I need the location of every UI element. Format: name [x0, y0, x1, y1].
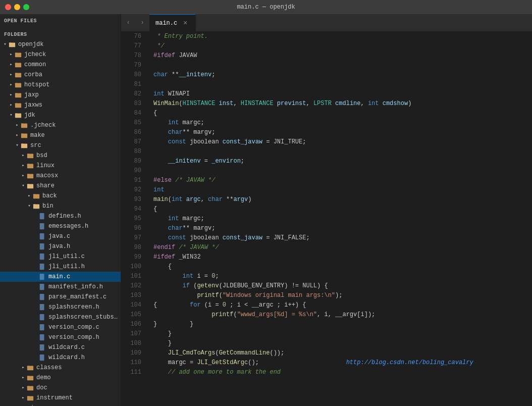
tree-item-label: jdk	[24, 112, 121, 119]
tree-item-label: java.h	[48, 243, 121, 250]
tree-item-classes[interactable]: classes	[0, 363, 121, 373]
line-number: 96	[121, 224, 149, 233]
tree-item-main.c[interactable]: main.c	[0, 272, 121, 282]
tree-item-back[interactable]: back	[0, 191, 121, 201]
tree-item-splashscreen_stubs.c[interactable]: splashscreen_stubs.c	[0, 312, 121, 322]
tree-item-javavm[interactable]: javavm	[0, 403, 121, 406]
line-number: 85	[121, 118, 149, 128]
table-row: 88	[121, 147, 532, 157]
svg-rect-9	[21, 134, 27, 138]
tree-item-label: bsd	[36, 152, 121, 159]
line-number: 89	[121, 157, 149, 166]
line-content	[149, 80, 532, 89]
table-row: 111 // add one more to mark the end	[121, 368, 532, 377]
table-row: 83WinMain(HINSTANCE inst, HINSTANCE prev…	[121, 99, 532, 109]
tree-item-emessages.h[interactable]: emessages.h	[0, 221, 121, 231]
folder-icon	[32, 192, 40, 200]
tree-item-doc[interactable]: doc	[0, 383, 121, 393]
file-icon	[38, 252, 46, 261]
folder-icon	[26, 384, 34, 392]
maximize-button[interactable]	[23, 4, 29, 10]
table-row: 104{ for (i = 0 ; i < __argc ; i++) {	[121, 300, 532, 310]
window-title: main.c — openjdk	[237, 4, 295, 11]
line-content: int margc;	[149, 118, 532, 128]
file-icon	[38, 273, 46, 281]
tree-item-demo[interactable]: demo	[0, 373, 121, 383]
tree-item-jli_util.h[interactable]: jli_util.h	[0, 262, 121, 272]
folder-icon	[20, 131, 28, 139]
tree-item-bin[interactable]: bin	[0, 201, 121, 211]
tree-item-instrument[interactable]: instrument	[0, 393, 121, 403]
tree-item-corba[interactable]: corba	[0, 70, 121, 80]
line-number: 76	[121, 32, 149, 41]
tree-item-src[interactable]: src	[0, 140, 121, 150]
line-content: int margc;	[149, 214, 532, 224]
tree-item-jdk-jcheck[interactable]: .jcheck	[0, 120, 121, 130]
tree-item-jli_util.c[interactable]: jli_util.c	[0, 251, 121, 262]
tree-item-defines.h[interactable]: defines.h	[0, 211, 121, 221]
file-icon	[38, 343, 46, 351]
tree-item-splashscreen.h[interactable]: splashscreen.h	[0, 302, 121, 312]
tree-item-java.c[interactable]: java.c	[0, 231, 121, 241]
folder-icon	[26, 374, 34, 382]
line-content: int WINAPI	[149, 89, 532, 99]
tree-item-parse_manifest.c[interactable]: parse_manifest.c	[0, 292, 121, 302]
file-icon	[38, 263, 46, 271]
tree-item-make[interactable]: make	[0, 130, 121, 140]
title-bar: main.c — openjdk	[0, 0, 532, 14]
folder-icon	[14, 81, 22, 89]
line-number: 111	[121, 368, 149, 377]
tree-item-label: openjdk	[18, 41, 121, 48]
tree-item-hotspot[interactable]: hotspot	[0, 80, 121, 90]
tab-main-c[interactable]: main.c ×	[149, 14, 196, 31]
svg-rect-1	[15, 53, 21, 58]
tree-item-jdk[interactable]: jdk	[0, 110, 121, 120]
folder-icon	[26, 172, 34, 180]
tree-item-wildcard.c[interactable]: wildcard.c	[0, 342, 121, 352]
minimize-button[interactable]	[14, 4, 20, 10]
file-icon	[38, 333, 46, 341]
tree-item-common[interactable]: common	[0, 60, 121, 70]
line-content	[149, 147, 532, 157]
tree-item-version_comp.h[interactable]: version_comp.h	[0, 332, 121, 342]
line-number: 100	[121, 262, 149, 272]
table-row: 91#else /* JAVAW */	[121, 176, 532, 185]
svg-rect-3	[15, 73, 21, 78]
svg-rect-16	[33, 205, 39, 209]
table-row: 101 int i = 0;	[121, 272, 532, 281]
code-editor[interactable]: 76 * Entry point.77 */78#ifdef JAVAW7980…	[121, 32, 532, 406]
tree-item-openjdk[interactable]: openjdk	[0, 39, 121, 49]
line-content: #ifdef JAVAW	[149, 51, 532, 61]
line-content: __initenv = _environ;	[149, 157, 532, 166]
line-content: char** margv;	[149, 128, 532, 137]
tree-item-linux[interactable]: linux	[0, 161, 121, 171]
tab-bar: ‹ › main.c ×	[121, 14, 532, 32]
folder-icon	[14, 61, 22, 69]
tree-item-wildcard.h[interactable]: wildcard.h	[0, 352, 121, 363]
tree-item-share[interactable]: share	[0, 181, 121, 191]
tree-item-label: splashscreen_stubs.c	[48, 314, 121, 321]
tab-nav-next[interactable]: ›	[135, 14, 149, 31]
tree-item-label: version_comp.h	[48, 334, 121, 341]
line-content: } }	[149, 320, 532, 329]
svg-rect-7	[15, 114, 21, 118]
tab-nav-prev[interactable]: ‹	[121, 14, 135, 31]
tree-item-label: macosx	[36, 172, 121, 179]
tree-item-macosx[interactable]: macosx	[0, 171, 121, 181]
file-icon	[38, 353, 46, 362]
tree-item-label: emessages.h	[48, 223, 121, 230]
close-button[interactable]	[5, 4, 11, 10]
tree-item-version_comp.c[interactable]: version_comp.c	[0, 322, 121, 332]
tree-item-jcheck[interactable]: jcheck	[0, 49, 121, 60]
folders-header: FOLDERS	[0, 30, 121, 39]
tree-item-label: main.c	[48, 273, 121, 280]
tree-item-label: defines.h	[48, 213, 121, 220]
tab-close-button[interactable]: ×	[181, 19, 189, 27]
tree-item-manifest_info.h[interactable]: manifest_info.h	[0, 282, 121, 292]
tree-item-label: back	[42, 192, 121, 199]
tree-item-java.h[interactable]: java.h	[0, 241, 121, 251]
tree-item-bsd[interactable]: bsd	[0, 150, 121, 161]
tree-item-jaxp[interactable]: jaxp	[0, 90, 121, 100]
tree-item-jaxws[interactable]: jaxws	[0, 100, 121, 110]
line-content: {	[149, 109, 532, 118]
